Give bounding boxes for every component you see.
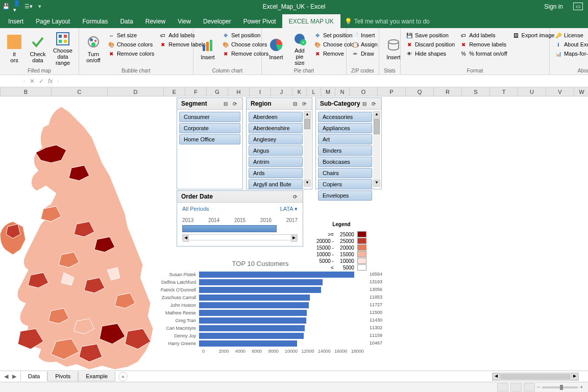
multiselect-icon[interactable]: ⊟ — [222, 100, 229, 107]
horizontal-scrollbar[interactable]: ◀▶ — [492, 373, 579, 381]
touch-icon[interactable]: ☰▾ — [24, 3, 33, 11]
col-header[interactable]: V — [546, 87, 574, 96]
qat-more-icon[interactable]: ▾ — [36, 3, 44, 11]
clear-filter-icon[interactable]: ⟳ — [231, 100, 238, 107]
save-position-button[interactable]: 💾Save position — [405, 31, 456, 39]
person-icon[interactable]: 👤▾ — [13, 3, 21, 11]
uk-map[interactable] — [0, 96, 174, 382]
multiselect-icon[interactable]: ⊟ — [291, 100, 299, 107]
slicer-item[interactable]: Corporate — [179, 123, 240, 133]
scrollbar[interactable]: ▲▼ — [373, 111, 380, 187]
tab-insert[interactable]: Insert — [2, 15, 30, 28]
col-header[interactable]: W — [574, 87, 588, 96]
scroll-right-icon[interactable]: ▶ — [571, 373, 578, 380]
col-header[interactable]: N — [335, 87, 350, 96]
name-box[interactable] — [0, 80, 24, 82]
scroll-down-icon[interactable]: ▼ — [304, 180, 311, 187]
clear-filter-icon[interactable]: ⟳ — [301, 100, 308, 107]
slicer-item[interactable]: Antrim — [249, 157, 303, 167]
add-sheet-button[interactable]: + — [118, 372, 128, 381]
turn-onoff-button[interactable]: Turn on/off — [83, 30, 104, 67]
slicer-subcategory[interactable]: Sub-Category⊟⟳ AccessoriesAppliancesArtB… — [315, 97, 382, 189]
choose-data-range-button[interactable]: Choose data range — [51, 30, 75, 67]
enter-icon[interactable]: ✓ — [39, 78, 44, 85]
slicer-item[interactable]: Ards — [249, 168, 303, 178]
slicer-item[interactable]: Aberdeenshire — [249, 123, 303, 133]
scrollbar[interactable]: ▲▼ — [304, 111, 311, 187]
signin-link[interactable]: Sign in — [544, 3, 563, 10]
col-header[interactable]: T — [490, 87, 518, 96]
zoom-out-icon[interactable]: − — [537, 384, 540, 390]
zip-draw-button[interactable]: ✏Draw — [351, 50, 379, 58]
slicer-item[interactable]: Argyll and Bute — [249, 179, 303, 189]
col-header[interactable]: F — [185, 87, 207, 96]
tab-excel-map-uk[interactable]: EXCEL MAP UK — [282, 14, 340, 28]
top-customers-chart[interactable]: TOP 10 Customers Susan Pistek16564Delfin… — [153, 260, 368, 354]
col-header[interactable]: L — [307, 87, 321, 96]
tab-data[interactable]: Data — [114, 15, 139, 28]
multiselect-icon[interactable]: ⊟ — [361, 100, 368, 107]
col-header[interactable]: E — [164, 87, 185, 96]
sheet-tab[interactable]: Example — [78, 372, 115, 381]
col-header[interactable]: C — [52, 87, 108, 96]
pie-insert-button[interactable]: Insert — [266, 30, 286, 67]
format-remove-labels-button[interactable]: ✖Remove labels — [459, 40, 508, 48]
scroll-down-icon[interactable]: ▼ — [373, 180, 380, 187]
col-header[interactable]: Q — [406, 87, 434, 96]
tab-page-layout[interactable]: Page Layout — [30, 15, 76, 28]
slicer-item[interactable]: Art — [318, 134, 372, 144]
clear-filter-icon[interactable]: ⟳ — [291, 193, 299, 200]
slicer-item[interactable]: Bookcases — [318, 157, 372, 167]
zoom-in-icon[interactable]: + — [580, 384, 583, 390]
tab-developer[interactable]: Developer — [197, 15, 237, 28]
col-header[interactable]: D — [108, 87, 164, 96]
discard-position-button[interactable]: ✖Discard position — [405, 40, 456, 48]
save-icon[interactable]: 💾 — [2, 3, 10, 11]
col-header[interactable]: S — [462, 87, 490, 96]
slicer-item[interactable]: Copiers — [318, 179, 372, 189]
view-pagebreak-icon[interactable] — [524, 383, 535, 391]
col-header[interactable]: J — [271, 87, 292, 96]
scroll-up-icon[interactable]: ▲ — [304, 111, 311, 118]
worksheet[interactable]: Segment⊟⟳ ConsumerCorporateHome Office R… — [0, 96, 588, 383]
slicer-item[interactable]: Consumer — [179, 112, 240, 122]
edit-colors-button[interactable]: it ors — [4, 30, 24, 67]
tell-me[interactable]: 💡 Tell me what you want to do — [340, 15, 434, 28]
col-header[interactable]: P — [378, 87, 406, 96]
scroll-left-icon[interactable]: ◀ — [183, 235, 189, 242]
set-size-button[interactable]: ↔Set size — [107, 31, 155, 39]
hide-shapes-button[interactable]: 👁Hide shapes — [405, 50, 456, 58]
col-header[interactable]: R — [434, 87, 462, 96]
format-add-labels-button[interactable]: 🏷Add labels — [459, 31, 508, 39]
scroll-left-icon[interactable]: ◀ — [493, 373, 500, 380]
slicer-item[interactable]: Binders — [318, 145, 372, 156]
tab-power-pivot[interactable]: Power Pivot — [237, 15, 282, 28]
sheet-tab[interactable]: Data — [20, 372, 47, 381]
zip-assign-button[interactable]: 📋Assign — [351, 40, 379, 48]
formula-input[interactable] — [58, 80, 588, 82]
column-insert-button[interactable]: Insert — [198, 30, 218, 67]
tab-review[interactable]: Review — [139, 15, 172, 28]
export-image-button[interactable]: 🖼Export image — [511, 31, 556, 39]
zip-insert-button[interactable]: 📄Insert — [351, 31, 379, 39]
check-data-button[interactable]: Check data — [28, 30, 48, 67]
slicer-item[interactable]: Home Office — [179, 134, 240, 144]
ribbon-display-icon[interactable]: ▭ — [573, 3, 583, 10]
cancel-icon[interactable]: ✕ — [30, 78, 35, 85]
col-header[interactable]: H — [228, 87, 250, 96]
slicer-item[interactable]: Appliances — [318, 123, 372, 133]
zoom-slider[interactable] — [542, 386, 578, 388]
scroll-right-icon[interactable]: ▶ — [291, 235, 297, 242]
about-map-button[interactable]: ℹAbout Excel Map — [554, 40, 588, 48]
col-header[interactable]: I — [250, 87, 271, 96]
bubble-choose-colors-button[interactable]: 🎨Choose colors — [107, 40, 155, 48]
slicer-item[interactable]: Aberdeen — [249, 112, 303, 122]
col-header[interactable]: U — [518, 87, 546, 96]
slicer-region[interactable]: Region⊟⟳ AberdeenAberdeenshireAngleseyAn… — [246, 97, 312, 189]
sheet-tab[interactable]: Pivots — [47, 372, 78, 381]
tab-prev-icon[interactable]: ◀ — [4, 373, 8, 380]
format-onoff-button[interactable]: %% format on/off — [459, 50, 508, 58]
slicer-item[interactable]: Envelopes — [318, 190, 372, 201]
slicer-item[interactable]: Accessories — [318, 112, 372, 122]
clear-filter-icon[interactable]: ⟳ — [370, 100, 377, 107]
